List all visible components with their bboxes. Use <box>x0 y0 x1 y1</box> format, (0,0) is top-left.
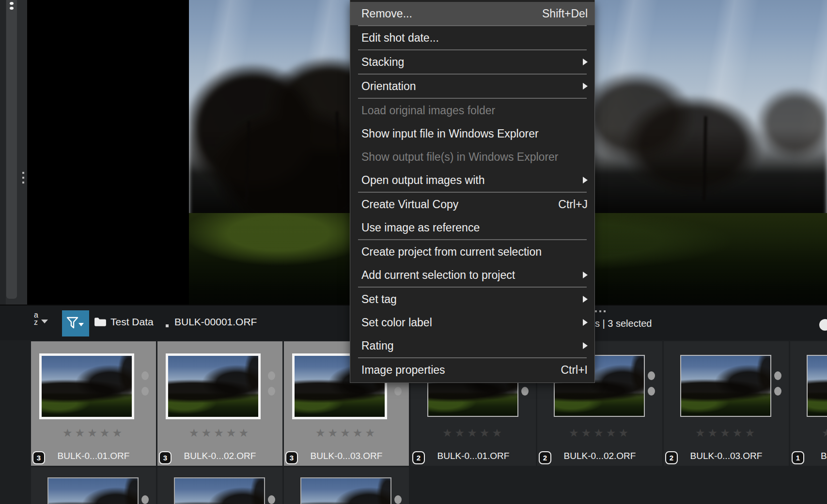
left-sidebar <box>0 0 27 305</box>
thumbnail-image[interactable] <box>39 353 134 419</box>
thumbnail-image[interactable] <box>680 355 771 417</box>
menu-item-create-virtual-copy[interactable]: Create Virtual Copy Ctrl+J <box>350 193 594 216</box>
filter-button[interactable] <box>62 310 89 336</box>
rating-stars[interactable]: ★★★★★ <box>664 427 789 440</box>
rating-stars[interactable]: ★★★★★ <box>537 427 662 440</box>
status-dot-icon <box>141 495 149 504</box>
menu-item-create-project-from-selection[interactable]: Create project from current selection <box>350 240 594 263</box>
thumbnail-photo <box>168 356 258 417</box>
submenu-arrow-icon <box>583 342 588 349</box>
rating-stars[interactable]: ★★★★★ <box>157 427 282 440</box>
menu-item-remove[interactable]: Remove... Shift+Del <box>350 2 594 25</box>
handle-dot-icon <box>22 172 24 174</box>
thumbnail-image[interactable] <box>300 477 391 504</box>
submenu-arrow-icon <box>583 59 588 65</box>
menu-item-shortcut: Ctrl+J <box>558 198 588 211</box>
status-dot-icon <box>774 371 781 380</box>
menu-item-image-properties[interactable]: Image properties Ctrl+I <box>350 358 594 382</box>
thumbnail-filename: BULK-0...02.ORF <box>157 451 282 461</box>
thumbnail-image[interactable] <box>47 477 139 504</box>
rating-stars[interactable]: ★★★★★ <box>284 427 409 440</box>
menu-item-label: Create Virtual Copy <box>361 198 458 211</box>
menu-item-edit-shot-date[interactable]: Edit shot date... <box>350 26 594 49</box>
menu-item-set-tag[interactable]: Set tag <box>350 288 594 311</box>
status-dot-icon <box>521 387 529 396</box>
sidebar-edge <box>0 0 6 305</box>
thumbnail-photo <box>175 478 264 504</box>
menu-item-label: Create project from current selection <box>361 245 542 259</box>
sort-order-control[interactable]: a z <box>34 311 48 326</box>
status-dot-icon <box>394 495 402 504</box>
thumbnail-cell[interactable]: ★★★★★ 2 BULK-0...03.ORF <box>664 341 789 466</box>
path-separator-icon <box>166 324 169 327</box>
handle-dot-icon <box>595 310 597 312</box>
sort-az-icon: a z <box>34 311 38 326</box>
status-dot-icon <box>774 387 781 396</box>
handle-dot-icon <box>22 182 24 183</box>
menu-item-load-original-images-folder: Load original images folder <box>350 99 594 122</box>
sort-letter-z: z <box>34 319 38 326</box>
thumbnail-image[interactable] <box>174 477 265 504</box>
menu-item-label: Orientation <box>361 80 416 93</box>
menu-item-shortcut: Shift+Del <box>542 7 588 20</box>
menu-item-open-output-images-with[interactable]: Open output images with <box>350 168 594 192</box>
menu-item-label: Show input file in Windows Explorer <box>361 127 539 140</box>
thumbnail-photo <box>808 356 827 416</box>
sidebar-scrollbar[interactable] <box>6 0 17 299</box>
thumbnail-image[interactable] <box>166 353 261 419</box>
rating-stars[interactable]: ★★★★★ <box>411 427 536 440</box>
status-dot-icon <box>648 387 655 396</box>
status-dot-icon <box>268 495 275 504</box>
rating-stars[interactable]: ★★★★★ <box>790 427 827 440</box>
thumbnail-cell[interactable] <box>157 467 282 504</box>
menu-item-set-color-label[interactable]: Set color label <box>350 311 594 334</box>
thumbnail-cell[interactable]: ★★★★★ 3 BULK-0...01.ORF <box>31 341 156 466</box>
menu-item-use-image-as-reference[interactable]: Use image as reference <box>350 216 594 239</box>
zoom-slider-knob[interactable] <box>819 319 827 331</box>
thumbnail-photo <box>301 478 390 504</box>
submenu-arrow-icon <box>583 319 588 326</box>
thumbnail-filename: BULK-0...02.ORF <box>537 451 662 461</box>
thumbnail-photo <box>681 356 770 416</box>
rating-stars[interactable]: ★★★★★ <box>31 427 156 440</box>
thumbnail-cell[interactable]: ★★★★★ 3 BULK-0...02.ORF <box>157 341 282 466</box>
thumbnail-row-second <box>31 467 409 504</box>
menu-item-label: Open output images with <box>361 174 484 187</box>
menu-item-add-selection-to-project[interactable]: Add current selection to project <box>350 263 594 287</box>
thumbnail-cell[interactable]: ★★★★★ 1 B <box>790 341 827 466</box>
menu-item-rating[interactable]: Rating <box>350 334 594 357</box>
panel-resize-handle[interactable] <box>22 172 25 185</box>
thumbnail-filename: BULK-0...01.ORF <box>31 451 156 461</box>
thumbnail-image[interactable] <box>807 355 827 417</box>
status-dot-icon <box>394 387 402 396</box>
chevron-down-icon <box>41 320 48 323</box>
context-menu: Remove... Shift+Del Edit shot date... St… <box>350 0 595 383</box>
menu-item-stacking[interactable]: Stacking <box>350 50 594 74</box>
selection-status-label: s | 3 selected <box>595 318 652 329</box>
grip-dot-icon <box>10 2 14 5</box>
folder-icon <box>94 317 107 329</box>
handle-dot-icon <box>22 177 24 179</box>
thumbnail-filename: BULK-0...03.ORF <box>664 451 789 461</box>
menu-item-label: Show output file(s) in Windows Explorer <box>361 151 559 164</box>
menu-item-shortcut: Ctrl+I <box>561 364 588 377</box>
thumbnail-cell[interactable] <box>284 467 409 504</box>
menu-item-label: Stacking <box>361 56 404 69</box>
handle-dot-icon <box>604 310 606 312</box>
submenu-arrow-icon <box>583 83 588 90</box>
menu-item-label: Edit shot date... <box>361 31 439 45</box>
menu-item-label: Image properties <box>361 364 445 377</box>
handle-dot-icon <box>599 310 601 312</box>
status-dot-icon <box>141 387 149 396</box>
menu-item-orientation[interactable]: Orientation <box>350 75 594 98</box>
menu-item-label: Use image as reference <box>361 221 480 234</box>
menu-item-label: Remove... <box>361 7 412 20</box>
menu-item-label: Set color label <box>361 316 432 329</box>
submenu-arrow-icon <box>583 177 588 183</box>
thumbnail-filename: BULK-0...01.ORF <box>411 451 536 461</box>
submenu-arrow-icon <box>583 272 588 278</box>
sort-letter-a: a <box>34 311 38 319</box>
thumbnail-cell[interactable] <box>31 467 156 504</box>
menu-item-show-input-file[interactable]: Show input file in Windows Explorer <box>350 122 594 145</box>
thumbnail-photo <box>48 478 138 504</box>
